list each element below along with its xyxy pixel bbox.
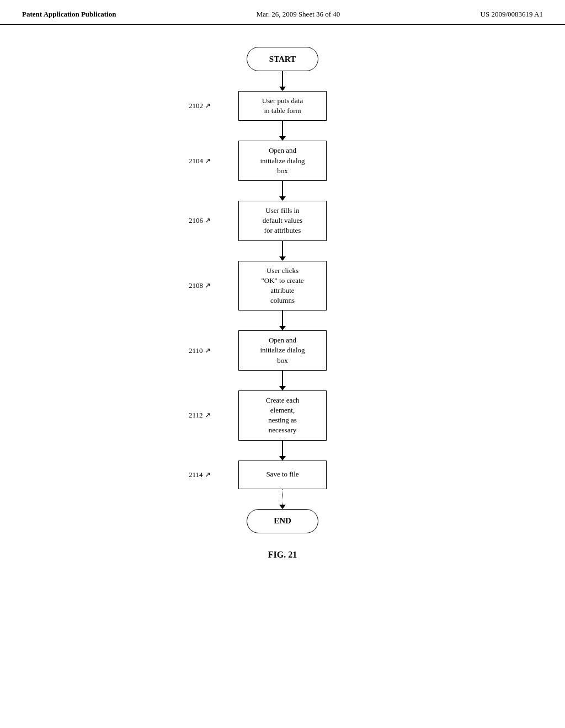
node-2110: Open andinitialize dialogbox	[238, 330, 327, 371]
arrow-head	[279, 196, 286, 201]
node-2102-container: 2102 ↗ User puts datain table form	[172, 91, 393, 121]
node-2102-text: User puts datain table form	[262, 96, 303, 116]
start-label: START	[269, 55, 296, 64]
arrow-line	[282, 181, 283, 196]
node-2104: Open andinitialize dialogbox	[238, 141, 327, 181]
node-2108: User clicks"OK" to createattributecolumn…	[238, 261, 327, 311]
node-2110-text: Open andinitialize dialogbox	[260, 335, 305, 366]
flowchart: START 2102 ↗ User puts datain table form…	[172, 47, 393, 533]
start-node-container: START	[172, 47, 393, 71]
header-patent: US 2009/0083619 A1	[481, 10, 543, 19]
arrow-4	[279, 241, 286, 261]
label-2106: 2106 ↗	[189, 216, 211, 225]
node-2110-container: 2110 ↗ Open andinitialize dialogbox	[172, 330, 393, 371]
label-2110: 2110 ↗	[189, 346, 211, 355]
arrow-7	[279, 441, 286, 461]
node-2112: Create eachelement,nesting asnecessary	[238, 390, 327, 441]
arrow-1	[279, 71, 286, 91]
arrow-head	[279, 256, 286, 261]
arrow-line	[282, 121, 283, 136]
arrow-head	[279, 456, 286, 461]
arrow-head	[279, 87, 286, 91]
arrow-2	[279, 121, 286, 141]
arrow-head	[279, 386, 286, 390]
end-label: END	[274, 516, 291, 526]
node-2112-container: 2112 ↗ Create eachelement,nesting asnece…	[172, 390, 393, 441]
arrow-head	[279, 136, 286, 141]
header-publication: Patent Application Publication	[22, 10, 116, 19]
arrow-head-dotted	[279, 505, 286, 509]
arrow-3	[279, 181, 286, 201]
arrow-dotted-line	[282, 489, 283, 505]
arrow-line	[282, 241, 283, 256]
label-2114: 2114 ↗	[189, 470, 211, 479]
node-2108-container: 2108 ↗ User clicks"OK" to createattribut…	[172, 261, 393, 311]
label-2112: 2112 ↗	[189, 411, 211, 420]
node-2114: Save to file	[238, 461, 327, 489]
start-terminal: START	[247, 47, 318, 71]
header-date: Mar. 26, 2009 Sheet 36 of 40	[257, 10, 340, 19]
label-2108: 2108 ↗	[189, 281, 211, 290]
label-2104: 2104 ↗	[189, 157, 211, 165]
arrow-dotted	[279, 489, 286, 509]
node-2114-text: Save to file	[266, 469, 299, 479]
main-content: START 2102 ↗ User puts datain table form…	[0, 25, 565, 576]
arrow-5	[279, 311, 286, 330]
node-2102: User puts datain table form	[238, 91, 327, 121]
node-2104-text: Open andinitialize dialogbox	[260, 146, 305, 176]
node-2106-text: User fills indefault valuesfor attribute…	[263, 206, 303, 236]
node-2114-container: 2114 ↗ Save to file	[172, 461, 393, 489]
node-2106-container: 2106 ↗ User fills indefault valuesfor at…	[172, 201, 393, 241]
node-2106: User fills indefault valuesfor attribute…	[238, 201, 327, 241]
arrow-6	[279, 371, 286, 390]
node-2108-text: User clicks"OK" to createattributecolumn…	[261, 266, 303, 306]
node-2104-container: 2104 ↗ Open andinitialize dialogbox	[172, 141, 393, 181]
arrow-head	[279, 326, 286, 330]
arrow-line	[282, 371, 283, 386]
end-terminal: END	[247, 509, 318, 533]
figure-caption: FIG. 21	[268, 550, 297, 560]
arrow-line	[282, 441, 283, 456]
node-2112-text: Create eachelement,nesting asnecessary	[266, 395, 300, 436]
page-header: Patent Application Publication Mar. 26, …	[0, 0, 565, 25]
arrow-line	[282, 71, 283, 87]
arrow-line	[282, 311, 283, 326]
end-node-container: END	[172, 509, 393, 533]
label-2102: 2102 ↗	[189, 101, 211, 110]
